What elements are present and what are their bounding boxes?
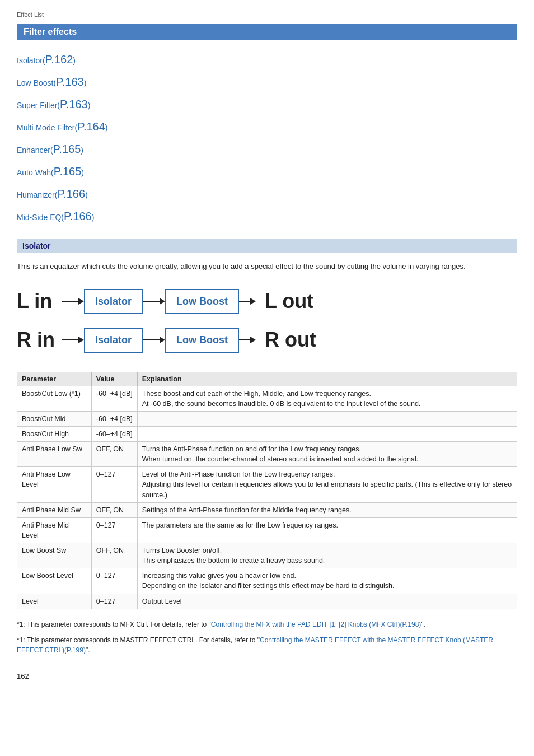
arrow-2 — [160, 298, 165, 305]
r-arrow-1 — [78, 337, 84, 343]
table-row: Low Boost SwOFF, ONTurns Low Booster on/… — [17, 543, 517, 568]
table-row: Boost/Cut High-60–+4 [dB] — [17, 426, 517, 441]
signal-diagram: L in Isolator Low Boost L out R in Isola… — [17, 283, 517, 358]
footnote-2: *1: This parameter corresponds to MASTER… — [17, 635, 517, 655]
value-cell: 0–127 — [91, 594, 137, 609]
page-number: 162 — [17, 672, 517, 680]
param-cell: Boost/Cut Mid — [17, 411, 92, 426]
value-cell: -60–+4 [dB] — [91, 411, 137, 426]
l-channel-row: L in Isolator Low Boost L out — [17, 289, 517, 314]
toc-item-multimodefilter[interactable]: Multi Mode Filter(P.164) — [17, 115, 517, 138]
isolator-header: Isolator — [17, 239, 517, 253]
param-cell: Low Boost Sw — [17, 543, 92, 568]
r-h-line-2 — [143, 339, 160, 340]
isolator-box-r: Isolator — [84, 328, 143, 353]
explanation-cell — [137, 426, 517, 441]
l-out-label: L out — [265, 290, 313, 313]
table-row: Anti Phase Low Level0–127Level of the An… — [17, 467, 517, 502]
explanation-cell: Turns the Anti-Phase function on and off… — [137, 442, 517, 467]
toc-item-lowboost[interactable]: Low Boost(P.163) — [17, 71, 517, 93]
value-cell: OFF, ON — [91, 543, 137, 568]
param-cell: Level — [17, 594, 92, 609]
table-row: Boost/Cut Low (*1)-60–+4 [dB]These boost… — [17, 386, 517, 411]
table-row: Low Boost Level0–127Increasing this valu… — [17, 568, 517, 594]
h-line-3 — [239, 301, 250, 302]
toc-item-isolator[interactable]: Isolator(P.162) — [17, 48, 517, 71]
r-in-label: R in — [17, 328, 62, 352]
r-h-line-1 — [62, 339, 78, 340]
param-cell: Anti Phase Low Sw — [17, 442, 92, 467]
value-cell: 0–127 — [91, 467, 137, 502]
arrow-3 — [250, 298, 256, 305]
l-connector-3 — [239, 298, 256, 305]
r-connector-3 — [239, 337, 256, 343]
r-connector-2 — [143, 337, 165, 343]
param-cell: Low Boost Level — [17, 568, 92, 594]
explanation-cell: Turns Low Booster on/off.This emphasizes… — [137, 543, 517, 568]
explanation-cell: The parameters are the same as for the L… — [137, 517, 517, 543]
toc-item-superfilter[interactable]: Super Filter(P.163) — [17, 93, 517, 115]
footnote-1: *1: This parameter corresponds to MFX Ct… — [17, 619, 517, 629]
explanation-cell: Settings of the Anti-Phase function for … — [137, 502, 517, 517]
toc-item-humanizer[interactable]: Humanizer(P.166) — [17, 183, 517, 205]
col-parameter: Parameter — [17, 372, 92, 386]
r-connector-1 — [62, 337, 84, 343]
table-row: Anti Phase Mid Level0–127The parameters … — [17, 517, 517, 543]
lowboost-box-l: Low Boost — [165, 289, 239, 314]
table-row: Level0–127Output Level — [17, 594, 517, 609]
param-cell: Anti Phase Low Level — [17, 467, 92, 502]
toc-item-midside[interactable]: Mid-Side EQ(P.166) — [17, 205, 517, 227]
isolator-box-l: Isolator — [84, 289, 143, 314]
col-value: Value — [91, 372, 137, 386]
explanation-cell: Increasing this value gives you a heavie… — [137, 568, 517, 594]
h-line-1 — [62, 301, 78, 302]
explanation-cell: These boost and cut each of the High, Mi… — [137, 386, 517, 411]
toc: Isolator(P.162) Low Boost(P.163) Super F… — [17, 48, 517, 227]
toc-item-autowah[interactable]: Auto Wah(P.165) — [17, 160, 517, 183]
value-cell: -60–+4 [dB] — [91, 426, 137, 441]
table-row: Boost/Cut Mid-60–+4 [dB] — [17, 411, 517, 426]
isolator-description: This is an equalizer which cuts the volu… — [17, 261, 517, 272]
explanation-cell — [137, 411, 517, 426]
col-explanation: Explanation — [137, 372, 517, 386]
param-cell: Boost/Cut High — [17, 426, 92, 441]
filter-effects-header: Filter effects — [17, 24, 517, 40]
lowboost-box-r: Low Boost — [165, 328, 239, 353]
value-cell: OFF, ON — [91, 502, 137, 517]
r-arrow-2 — [160, 337, 165, 343]
param-cell: Anti Phase Mid Level — [17, 517, 92, 543]
l-connector-2 — [143, 298, 165, 305]
value-cell: OFF, ON — [91, 442, 137, 467]
toc-item-enhancer[interactable]: Enhancer(P.165) — [17, 138, 517, 160]
l-connector-1 — [62, 298, 84, 305]
breadcrumb: Effect List — [17, 11, 517, 18]
value-cell: 0–127 — [91, 568, 137, 594]
r-h-line-3 — [239, 339, 250, 340]
arrow-1 — [78, 298, 84, 305]
parameters-table: Parameter Value Explanation Boost/Cut Lo… — [17, 372, 517, 609]
value-cell: -60–+4 [dB] — [91, 386, 137, 411]
explanation-cell: Output Level — [137, 594, 517, 609]
explanation-cell: Level of the Anti-Phase function for the… — [137, 467, 517, 502]
table-row: Anti Phase Mid SwOFF, ONSettings of the … — [17, 502, 517, 517]
param-cell: Boost/Cut Low (*1) — [17, 386, 92, 411]
table-row: Anti Phase Low SwOFF, ONTurns the Anti-P… — [17, 442, 517, 467]
l-in-label: L in — [17, 290, 62, 313]
h-line-2 — [143, 301, 160, 302]
r-arrow-3 — [250, 337, 256, 343]
r-channel-row: R in Isolator Low Boost R out — [17, 328, 517, 353]
param-cell: Anti Phase Mid Sw — [17, 502, 92, 517]
value-cell: 0–127 — [91, 517, 137, 543]
r-out-label: R out — [265, 328, 316, 352]
